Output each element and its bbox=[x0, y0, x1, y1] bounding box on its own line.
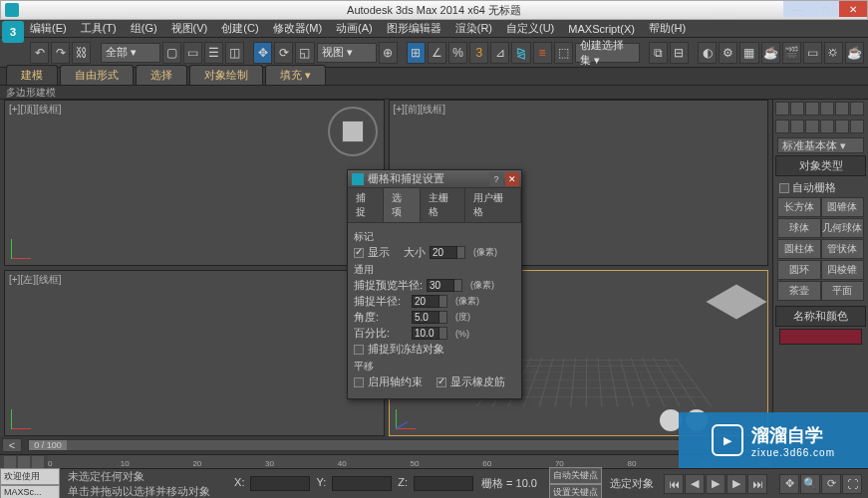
render-preset-button[interactable]: ⛭ bbox=[824, 42, 843, 64]
play-button[interactable]: ▶ bbox=[706, 474, 725, 494]
menu-animation[interactable]: 动画(A) bbox=[336, 21, 373, 36]
dialog-close-button[interactable]: ✕ bbox=[505, 172, 519, 186]
torus-button[interactable]: 圆环 bbox=[777, 260, 821, 280]
render-last-button[interactable]: ▭ bbox=[803, 42, 822, 64]
category-dropdown[interactable]: 标准基本体 ▾ bbox=[777, 137, 864, 153]
dialog-tab-options[interactable]: 选项 bbox=[384, 188, 420, 222]
move-button[interactable]: ✥ bbox=[253, 42, 272, 64]
prev-frame-button[interactable]: ◀ bbox=[685, 474, 705, 494]
snap-radius-spinner[interactable] bbox=[439, 295, 447, 308]
plane-button[interactable]: 平面 bbox=[821, 281, 865, 301]
rollout-name-color[interactable]: 名称和颜色 bbox=[775, 306, 866, 327]
cameras-icon[interactable] bbox=[820, 120, 834, 133]
menu-edit[interactable]: 编辑(E) bbox=[30, 21, 67, 36]
tab-modeling[interactable]: 建模 bbox=[6, 65, 58, 85]
utilities-tab-icon[interactable] bbox=[850, 102, 864, 116]
geosphere-button[interactable]: 几何球体 bbox=[821, 218, 865, 238]
display-checkbox[interactable] bbox=[354, 248, 364, 258]
modify-tab-icon[interactable] bbox=[790, 102, 804, 116]
quick-render-button[interactable]: 🎬 bbox=[782, 42, 801, 64]
layer-button[interactable]: ⬚ bbox=[554, 42, 573, 64]
menu-customize[interactable]: 自定义(U) bbox=[506, 21, 554, 36]
angle-spinner[interactable] bbox=[439, 311, 447, 324]
viewport-front-label[interactable]: [+][前][线框] bbox=[394, 103, 446, 117]
space-warps-icon[interactable] bbox=[850, 120, 864, 133]
viewport-top[interactable]: [+][顶][线框] bbox=[4, 100, 385, 266]
application-menu-button[interactable]: 3 bbox=[2, 21, 24, 43]
select-region-button[interactable]: ◫ bbox=[225, 42, 244, 64]
teapot-button[interactable]: 茶壶 bbox=[777, 281, 821, 301]
viewcube-top[interactable] bbox=[328, 107, 378, 156]
render-setup-button[interactable]: ⚙ bbox=[719, 42, 737, 64]
filter-button[interactable]: ▢ bbox=[162, 42, 181, 64]
render-production-button[interactable]: ☕ bbox=[845, 42, 864, 64]
menu-tools[interactable]: 工具(T) bbox=[81, 21, 117, 36]
zoom-view-button[interactable]: 🔍 bbox=[800, 474, 820, 494]
rollout-object-type[interactable]: 对象类型 bbox=[775, 155, 866, 176]
track-filter-icon[interactable] bbox=[18, 456, 30, 468]
maximize-view-button[interactable]: ⛶ bbox=[842, 474, 862, 494]
named-selection-dropdown[interactable]: 创建选择集 ▾ bbox=[575, 43, 640, 63]
time-handle[interactable]: 0 / 100 bbox=[29, 440, 67, 450]
cylinder-button[interactable]: 圆柱体 bbox=[777, 239, 821, 259]
angle-input[interactable] bbox=[412, 311, 439, 324]
coord-z-input[interactable] bbox=[414, 476, 473, 491]
dialog-tab-usergrid[interactable]: 用户栅格 bbox=[465, 188, 521, 222]
track-key-icon[interactable] bbox=[4, 456, 16, 468]
schematic-button[interactable]: ⊟ bbox=[670, 42, 689, 64]
percent-input[interactable] bbox=[412, 327, 439, 340]
mirror-button[interactable]: ⧎ bbox=[511, 42, 530, 64]
menu-create[interactable]: 创建(C) bbox=[221, 21, 258, 36]
menu-help[interactable]: 帮助(H) bbox=[649, 21, 686, 36]
rotate-button[interactable]: ⟳ bbox=[274, 42, 293, 64]
next-frame-button[interactable]: ▶ bbox=[726, 474, 746, 494]
viewport-top-label[interactable]: [+][顶][线框] bbox=[9, 103, 62, 117]
menu-group[interactable]: 组(G) bbox=[131, 21, 157, 36]
snap-toggle-button[interactable]: ⊞ bbox=[407, 42, 426, 64]
dialog-tab-snap[interactable]: 捕捉 bbox=[348, 188, 384, 222]
select-button[interactable]: ▭ bbox=[183, 42, 202, 64]
pyramid-button[interactable]: 四棱锥 bbox=[821, 260, 865, 280]
preview-radius-input[interactable] bbox=[427, 279, 454, 292]
goto-start-button[interactable]: ⏮ bbox=[664, 474, 684, 494]
window-close-button[interactable]: ✕ bbox=[839, 1, 867, 17]
tab-selection[interactable]: 选择 bbox=[136, 65, 187, 85]
hierarchy-tab-icon[interactable] bbox=[805, 102, 819, 116]
track-ruler[interactable]: 0 10 20 30 40 50 60 70 80 90 100 bbox=[48, 455, 772, 468]
cone-button[interactable]: 圆锥体 bbox=[821, 197, 865, 217]
time-prev-button[interactable]: < bbox=[2, 438, 22, 452]
rubber-band-checkbox[interactable] bbox=[436, 377, 446, 387]
material-editor-button[interactable]: ◐ bbox=[698, 42, 717, 64]
tab-fill[interactable]: 填充 ▾ bbox=[265, 65, 326, 85]
render-button[interactable]: ☕ bbox=[761, 42, 780, 64]
shapes-icon[interactable] bbox=[790, 120, 804, 133]
dialog-help-button[interactable]: ? bbox=[489, 172, 503, 186]
helpers-icon[interactable] bbox=[835, 120, 849, 133]
link-button[interactable]: ⛓ bbox=[72, 42, 91, 64]
sphere-button[interactable]: 球体 bbox=[777, 218, 821, 238]
select-name-button[interactable]: ☰ bbox=[204, 42, 223, 64]
freeze-checkbox[interactable] bbox=[354, 345, 364, 355]
menu-view[interactable]: 视图(V) bbox=[171, 21, 208, 36]
autokey-button[interactable]: 自动关键点 bbox=[549, 467, 602, 484]
curve-editor-button[interactable]: ⧉ bbox=[649, 42, 668, 64]
percent-spinner[interactable] bbox=[439, 327, 447, 340]
pan-view-button[interactable]: ✥ bbox=[779, 474, 799, 494]
display-tab-icon[interactable] bbox=[835, 102, 849, 116]
motion-tab-icon[interactable] bbox=[820, 102, 834, 116]
time-scrubber[interactable]: 0 / 100 bbox=[28, 439, 744, 451]
angle-snap-button[interactable]: ∠ bbox=[428, 42, 446, 64]
geometry-icon[interactable] bbox=[775, 120, 789, 133]
size-spinner[interactable] bbox=[457, 246, 465, 259]
viewport-left[interactable]: [+][左][线框] bbox=[4, 270, 385, 436]
pivot-button[interactable]: ⊕ bbox=[379, 42, 398, 64]
track-curve-icon[interactable] bbox=[32, 456, 44, 468]
percent-snap-button[interactable]: % bbox=[448, 42, 467, 64]
window-maximize-button[interactable]: □ bbox=[811, 1, 839, 17]
window-minimize-button[interactable]: — bbox=[783, 1, 811, 17]
menu-modifiers[interactable]: 修改器(M) bbox=[273, 21, 323, 36]
orbit-view-button[interactable]: ⟳ bbox=[821, 474, 841, 494]
coord-x-input[interactable] bbox=[250, 476, 310, 491]
axis-constraint-checkbox[interactable] bbox=[354, 377, 364, 387]
box-button[interactable]: 长方体 bbox=[777, 197, 821, 217]
